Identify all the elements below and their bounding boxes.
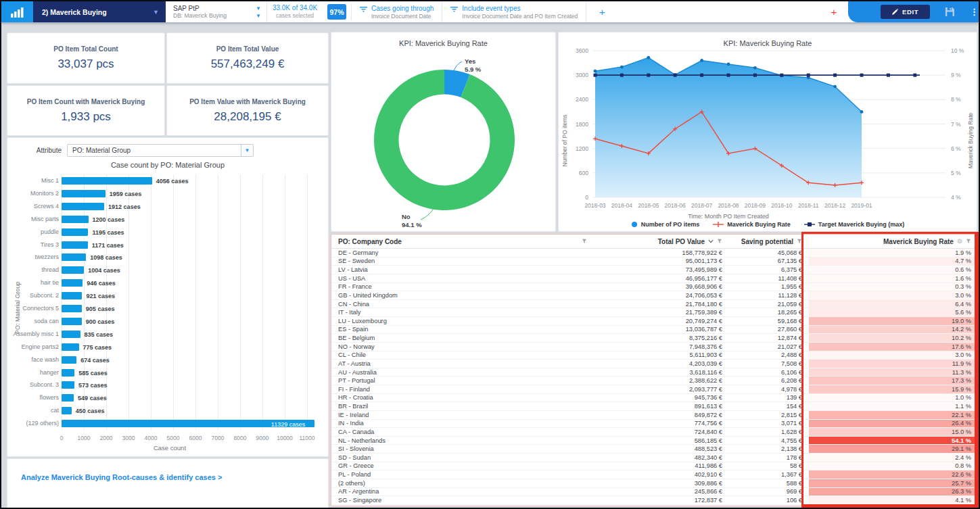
filter-chip-cases-going-through[interactable]: Cases going through Invoice Document Dat… xyxy=(352,1,442,22)
target-point[interactable] xyxy=(780,74,783,77)
bar[interactable] xyxy=(62,203,104,210)
bar[interactable] xyxy=(62,369,74,377)
table-row[interactable]: NL - Netherlands586,185 €4,755 €54.1 % xyxy=(331,437,977,445)
bar[interactable] xyxy=(62,228,88,236)
legend-item[interactable]: Maverick Buying Rate xyxy=(713,221,791,228)
bar[interactable] xyxy=(62,266,84,274)
table-row[interactable]: LU - Luxembourg20,749,274 €59,168 €19.0 … xyxy=(331,317,977,326)
add-filter-button[interactable]: + xyxy=(586,1,617,22)
add-sheet-button[interactable]: + xyxy=(820,1,848,22)
bar[interactable] xyxy=(62,381,74,389)
more-options-icon[interactable]: ⋮ xyxy=(970,7,979,17)
analysis-selector[interactable]: 2) Maverick Buying ▼ xyxy=(33,1,166,22)
table-row[interactable]: DE - Germany158,778,922 €45,068 €1.9 % xyxy=(331,249,977,258)
table-row[interactable]: BE - Belgium8,375,216 €12,874 €10.2 % xyxy=(331,334,977,343)
target-point[interactable] xyxy=(887,74,890,77)
area-point[interactable] xyxy=(753,66,757,70)
table-row[interactable]: SD - Sudan482,340 €178 €2.4 % xyxy=(331,454,977,462)
table-row[interactable]: GB - United Kingdom24,706,053 €11,128 €3… xyxy=(331,291,977,300)
bar[interactable] xyxy=(62,241,88,249)
area-point[interactable] xyxy=(833,85,837,89)
bar[interactable] xyxy=(62,331,80,338)
filter-funnel-icon[interactable] xyxy=(717,239,722,244)
table-row[interactable]: SE - Sweden95,001,173 €67,135 €4.7 % xyxy=(331,258,977,266)
target-point[interactable] xyxy=(913,74,916,77)
bar[interactable] xyxy=(62,253,86,261)
bar[interactable] xyxy=(62,305,82,312)
column-header-company-code[interactable]: PO: Company Code xyxy=(331,238,606,245)
bar[interactable] xyxy=(62,343,79,351)
analyze-root-causes-link[interactable]: Analyze Maverick Buying Root-causes & id… xyxy=(21,473,222,481)
table-row[interactable]: IE - Ireland849,872 €2,815 €22.1 % xyxy=(331,411,977,420)
bar[interactable] xyxy=(62,356,76,364)
table-row[interactable]: (2 others)309,886 €588 €25.7 % xyxy=(331,479,977,488)
kpi-tile-maverick-value[interactable]: PO Item Value with Maverick Buying 28,20… xyxy=(166,85,329,136)
target-point[interactable] xyxy=(647,74,650,77)
bar[interactable] xyxy=(62,279,83,287)
bar[interactable] xyxy=(62,318,82,325)
edit-button[interactable]: EDIT xyxy=(881,5,930,19)
target-point[interactable] xyxy=(807,74,810,77)
target-point[interactable] xyxy=(674,74,677,77)
table-row[interactable]: PL - Poland402,910 €1,367 €22.6 % xyxy=(331,470,977,479)
donut-chart[interactable]: Yes5.9 %No94.1 % xyxy=(331,32,555,231)
cases-percentage-badge[interactable]: 97% xyxy=(327,4,346,20)
sort-descending-icon[interactable] xyxy=(708,239,714,243)
table-row[interactable]: US - USA46,956,177 €11,408 €1.6 % xyxy=(331,274,977,283)
table-row[interactable]: BR - Brazil891,613 €154 €1.1 % xyxy=(331,402,977,411)
filter-funnel-icon[interactable] xyxy=(797,239,802,244)
bar[interactable] xyxy=(62,190,106,197)
filter-chip-include-event-types[interactable]: Include event types Invoice Document Dat… xyxy=(442,1,586,22)
table-row[interactable]: IN - India774,756 €3,071 €26.4 % xyxy=(331,420,977,429)
filter-funnel-icon[interactable] xyxy=(966,239,971,244)
table-row[interactable]: NO - Norway7,948,376 €21,027 €17.6 % xyxy=(331,343,977,352)
area-point[interactable] xyxy=(727,62,730,66)
table-row[interactable]: PT - Portugal2,388,622 €6,208 €17.3 % xyxy=(331,377,977,385)
target-point[interactable] xyxy=(833,74,837,77)
table-row[interactable]: ES - Spain13,036,787 €27,860 €14.2 % xyxy=(331,326,977,335)
table-row[interactable]: IT - Italy21,759,389 €18,265 €5.6 % xyxy=(331,308,977,317)
table-row[interactable]: CL - Chile5,611,903 €2,488 €3.0 % xyxy=(331,352,977,360)
target-point[interactable] xyxy=(594,74,597,77)
kpi-tile-po-item-total-count[interactable]: PO Item Total Count 33,037 pcs xyxy=(7,32,165,84)
area-point[interactable] xyxy=(647,56,650,59)
column-header-maverick-buying-rate[interactable]: Maverick Buying Rate ⚙ xyxy=(809,238,977,245)
table-row[interactable]: AR - Argentina245,866 €969 €26.3 % xyxy=(331,488,977,497)
kpi-tile-maverick-count[interactable]: PO Item Count with Maverick Buying 1,933… xyxy=(7,85,165,136)
kpi-tile-po-item-total-value[interactable]: PO Item Total Value 557,463,249 € xyxy=(166,32,329,84)
legend-item[interactable]: Target Maverick Buying (max) xyxy=(804,221,904,228)
bar[interactable] xyxy=(62,292,82,299)
target-point[interactable] xyxy=(860,74,864,77)
table-row[interactable]: CN - China21,784,180 €21,059 €6.4 % xyxy=(331,300,977,309)
table-row[interactable]: GR - Greece411,986 €58 €0.8 % xyxy=(331,462,977,471)
datasource-selector[interactable]: SAP PtP▼ DB: Maverick Buying▼ xyxy=(166,1,267,22)
target-point[interactable] xyxy=(620,74,624,77)
target-point[interactable] xyxy=(753,74,757,77)
gear-icon[interactable]: ⚙ xyxy=(957,238,962,245)
save-icon[interactable] xyxy=(945,7,955,17)
bar[interactable] xyxy=(62,177,152,185)
area-point[interactable] xyxy=(860,110,864,114)
app-logo[interactable] xyxy=(1,1,33,22)
legend-item[interactable]: Number of PO items xyxy=(631,221,700,228)
table-row[interactable]: AU - Australia3,618,116 €6,106 €11.3 % xyxy=(331,368,977,377)
filter-funnel-icon[interactable] xyxy=(582,239,587,244)
bar[interactable] xyxy=(62,407,72,414)
target-point[interactable] xyxy=(727,74,730,77)
target-point[interactable] xyxy=(700,74,703,77)
area-series[interactable] xyxy=(595,57,862,197)
table-row[interactable]: FR - France39,668,906 €1,955 €0.3 % xyxy=(331,283,977,292)
bar[interactable] xyxy=(62,394,74,402)
area-chart[interactable]: 04 %6005 %12006 %18007 %24008 %30009 %36… xyxy=(559,32,977,231)
table-row[interactable]: FI - Finland2,093,777 €4,978 €15.9 % xyxy=(331,385,977,394)
column-header-total-po-value[interactable]: Total PO Value xyxy=(606,238,729,245)
area-point[interactable] xyxy=(620,66,624,69)
area-point[interactable] xyxy=(594,70,597,73)
table-row[interactable]: HR - Croatia945,736 €139 €1.0 % xyxy=(331,394,977,403)
table-row[interactable]: CA - Canada724,840 €1,628 €15.0 % xyxy=(331,428,977,437)
table-row[interactable]: AT - Austria4,203,039 €7,508 €11.9 % xyxy=(331,360,977,368)
table-row[interactable]: SG - Singapore172,837 €106 €4.1 % xyxy=(331,496,977,505)
column-header-saving-potential[interactable]: Saving potential xyxy=(729,238,809,245)
table-row[interactable]: SI - Slovenia488,523 €2,138 €29.1 % xyxy=(331,445,977,454)
area-point[interactable] xyxy=(700,59,703,62)
